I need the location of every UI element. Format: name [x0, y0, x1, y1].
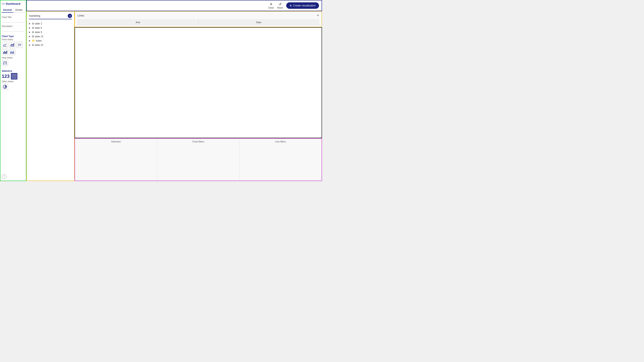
content-area: ▾ ▶ ⊞ table 2 ▶ ⊞ table 6 ▶ ⊞ table 9 ▶ … — [26, 11, 322, 181]
selection-section: Selection — [75, 138, 157, 180]
chart-title-label: Chart Title — [2, 16, 25, 18]
tree-item-folder[interactable]: ▶ 📁 folder — [29, 38, 72, 43]
svg-rect-18 — [4, 61, 5, 62]
tree-item-label: table 15 — [35, 35, 43, 38]
search-row: ▾ — [29, 14, 72, 19]
svg-rect-24 — [4, 64, 5, 65]
table-icon: ⊞ — [32, 22, 34, 25]
reset-action[interactable]: ↺ Reset — [277, 2, 283, 9]
chart-filters-section: Chart filters — [157, 138, 240, 180]
right-panel: Lines + Axis Data Selection Chart filter… — [74, 11, 322, 181]
folder-icon: 📁 — [32, 39, 35, 42]
line-chart-icon[interactable] — [2, 42, 8, 48]
top-bar: ✕ Close ↺ Reset ⊕ Create visualization — [26, 0, 322, 11]
tree-item-table15[interactable]: ▶ ⊞ table 15 — [29, 34, 72, 38]
create-label: Create visualization — [293, 4, 316, 7]
chart-filters-label: Chart filters — [160, 140, 237, 143]
statistics-label: Statistics — [2, 70, 25, 72]
close-action[interactable]: ✕ Close — [268, 2, 274, 9]
close-label: Close — [268, 7, 274, 9]
description-input[interactable] — [2, 28, 25, 32]
create-icon: ⊕ — [290, 4, 292, 7]
tab-data[interactable]: Data — [198, 20, 319, 25]
line-filters-section: Line filters — [240, 138, 322, 180]
main-area: ✕ Close ↺ Reset ⊕ Create visualization ▾… — [26, 0, 322, 181]
bar-chart-icon[interactable] — [2, 49, 8, 55]
svg-point-2 — [19, 44, 19, 45]
pie-chart-icon[interactable] — [2, 84, 8, 90]
tree-arrow-icon: ▶ — [29, 22, 31, 25]
tab-details[interactable]: Details — [13, 8, 25, 12]
description-label: Description — [2, 25, 25, 28]
svg-rect-12 — [10, 52, 11, 54]
reset-label: Reset — [277, 7, 283, 9]
area-chart-icon[interactable] — [9, 42, 16, 48]
statistics-row: 123 — [2, 73, 25, 80]
tab-general[interactable]: General — [2, 8, 13, 13]
svg-rect-22 — [6, 62, 7, 64]
svg-rect-17 — [3, 61, 4, 62]
scatter-chart-icon[interactable] — [16, 42, 23, 48]
svg-rect-8 — [3, 52, 4, 54]
svg-rect-15 — [13, 52, 13, 54]
data-browser-panel: ▾ ▶ ⊞ table 2 ▶ ⊞ table 6 ▶ ⊞ table 9 ▶ … — [26, 11, 74, 181]
grouped-bar-icon[interactable] — [9, 49, 16, 55]
tree-item-table6[interactable]: ▶ ⊞ table 6 — [29, 26, 72, 30]
svg-point-7 — [20, 45, 21, 46]
dropdown-button[interactable]: ▾ — [68, 14, 72, 18]
database-search-input[interactable] — [29, 14, 68, 17]
tree-item-label: table 6 — [35, 26, 42, 29]
tree-item-label: table 22 — [35, 44, 43, 46]
svg-point-5 — [20, 44, 21, 45]
svg-rect-19 — [6, 61, 7, 62]
chart-title-input[interactable] — [2, 19, 25, 22]
heat-charts-label: Heat charts — [2, 56, 25, 59]
chart-type-section: Chart Type — [2, 35, 25, 38]
heat-charts-grid — [2, 60, 25, 66]
back-arrow-icon[interactable]: << — [2, 2, 5, 5]
tree-arrow-icon: ▶ — [29, 44, 31, 46]
svg-point-1 — [18, 46, 19, 46]
svg-rect-16 — [14, 51, 14, 54]
sidebar-tabs: General Details — [2, 8, 25, 13]
svg-rect-13 — [11, 51, 12, 54]
create-visualization-button[interactable]: ⊕ Create visualization — [286, 2, 319, 9]
point-charts-grid — [2, 42, 25, 55]
lines-title: Lines — [78, 14, 84, 17]
tree-arrow-icon: ▶ — [29, 40, 31, 42]
table-icon: ⊞ — [32, 44, 34, 46]
svg-point-3 — [19, 45, 20, 46]
stat-number-icon[interactable]: 123 — [2, 74, 10, 79]
selection-label: Selection — [78, 140, 154, 143]
point-charts-label: Point charts — [2, 38, 25, 41]
other-charts-grid — [2, 84, 25, 90]
table-icon: ⊞ — [32, 31, 34, 34]
svg-rect-25 — [6, 64, 7, 65]
tab-axis[interactable]: Axis — [78, 20, 198, 25]
reset-icon: ↺ — [279, 2, 282, 6]
lines-add-button[interactable]: + — [317, 13, 319, 18]
tree-item-label: folder — [36, 40, 42, 42]
lines-tabs: Axis Data — [78, 20, 319, 25]
sidebar-title: Dashboard — [6, 2, 20, 5]
tree-item-label: table 9 — [35, 31, 42, 34]
svg-rect-10 — [5, 52, 6, 54]
tree-item-table9[interactable]: ▶ ⊞ table 9 — [29, 30, 72, 34]
heatmap-icon[interactable] — [2, 60, 8, 66]
svg-rect-23 — [3, 64, 4, 65]
lines-header: Lines + — [78, 13, 319, 18]
tree-item-table22[interactable]: ▶ ⊞ table 22 — [29, 43, 72, 47]
lines-panel: Lines + Axis Data — [74, 11, 322, 27]
tree-item-label: table 2 — [35, 22, 42, 25]
stat-grid-icon[interactable] — [11, 73, 17, 80]
tree-item-table2[interactable]: ▶ ⊞ table 2 — [29, 22, 72, 26]
filters-panel: Selection Chart filters Line filters — [74, 138, 322, 181]
help-icon[interactable]: ? — [2, 174, 6, 179]
svg-point-6 — [18, 44, 19, 44]
sidebar-header[interactable]: << Dashboard — [2, 2, 25, 5]
svg-rect-20 — [3, 62, 4, 64]
close-icon: ✕ — [270, 2, 272, 6]
sidebar: << Dashboard General Details Chart Title… — [0, 0, 26, 181]
tree-arrow-icon: ▶ — [29, 31, 31, 33]
table-icon: ⊞ — [32, 26, 34, 29]
